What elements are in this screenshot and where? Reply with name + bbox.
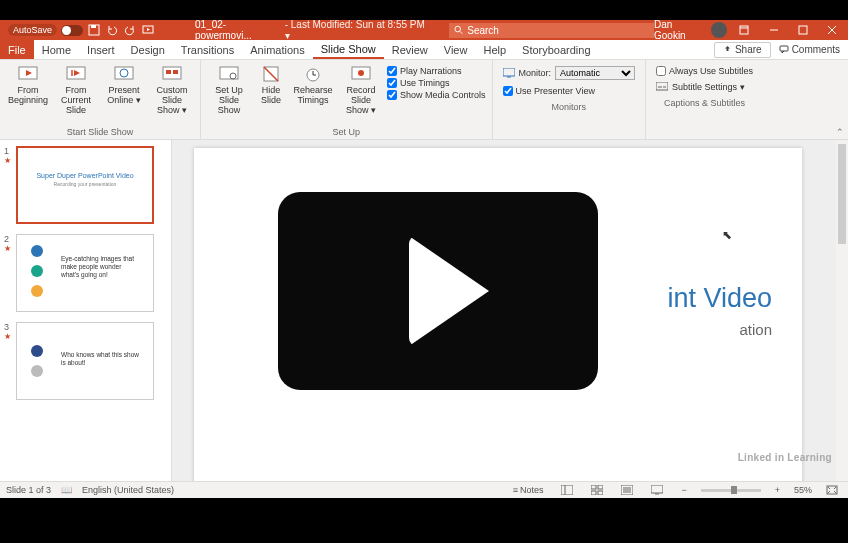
group-captions: Always Use Subtitles Subtitle Settings ▾…: [646, 60, 763, 139]
gray-dot-icon: [31, 365, 43, 377]
use-timings-checkbox[interactable]: Use Timings: [387, 78, 486, 88]
subtitle-settings-button[interactable]: Subtitle Settings ▾: [656, 82, 753, 92]
linkedin-learning-watermark: Linked in Learning: [738, 452, 832, 463]
minimize-icon[interactable]: [762, 20, 785, 40]
svg-rect-18: [166, 70, 171, 74]
svg-rect-17: [163, 67, 181, 79]
normal-view-icon[interactable]: [557, 485, 577, 495]
spell-check-icon[interactable]: 📖: [61, 485, 72, 495]
hide-slide-button[interactable]: Hide Slide: [255, 64, 287, 106]
slide-thumbnail-2[interactable]: Eye-catching images that make people won…: [16, 234, 154, 312]
hide-icon: [261, 64, 281, 84]
slide-thumbnails-panel: 1★ Super Duper PowerPoint Video Recordin…: [0, 140, 172, 481]
use-presenter-view-checkbox[interactable]: Use Presenter View: [503, 86, 636, 96]
vertical-scrollbar[interactable]: [836, 140, 848, 481]
from-beginning-button[interactable]: From Beginning: [6, 64, 50, 106]
video-play-overlay[interactable]: [278, 192, 598, 390]
zoom-level[interactable]: 55%: [794, 485, 812, 495]
present-online-button[interactable]: Present Online ▾: [102, 64, 146, 106]
svg-rect-31: [656, 82, 668, 90]
svg-rect-29: [503, 68, 515, 76]
svg-rect-5: [740, 26, 748, 34]
redo-icon[interactable]: [123, 23, 137, 37]
language-status[interactable]: English (United States): [82, 485, 174, 495]
user-name[interactable]: Dan Gookin: [654, 19, 705, 41]
last-modified[interactable]: - Last Modified: Sun at 8:55 PM ▾: [285, 19, 429, 41]
group-set-up: Set Up Slide Show Hide Slide Rehearse Ti…: [201, 60, 493, 139]
tab-view[interactable]: View: [436, 40, 476, 59]
zoom-handle[interactable]: [731, 486, 737, 494]
custom-slide-show-button[interactable]: Custom Slide Show ▾: [150, 64, 194, 116]
tab-review[interactable]: Review: [384, 40, 436, 59]
start-show-icon[interactable]: [141, 23, 155, 37]
share-button[interactable]: Share: [714, 42, 771, 58]
slide-canvas[interactable]: int Video ation ⬉: [194, 148, 802, 481]
teal-dot-icon: [31, 265, 43, 277]
play-icon: [409, 236, 489, 346]
search-icon: [454, 25, 463, 35]
comment-icon: [779, 45, 789, 54]
tab-home[interactable]: Home: [34, 40, 79, 59]
avatar[interactable]: [711, 22, 727, 38]
maximize-icon[interactable]: [791, 20, 814, 40]
show-media-controls-checkbox[interactable]: Show Media Controls: [387, 90, 486, 100]
search-box[interactable]: [449, 23, 654, 38]
close-icon[interactable]: [821, 20, 844, 40]
monitor-select[interactable]: Automatic: [555, 66, 635, 80]
tab-slide-show[interactable]: Slide Show: [313, 40, 384, 59]
monitor-icon: [503, 68, 515, 78]
ribbon-options-icon[interactable]: [733, 20, 756, 40]
setup-icon: [219, 64, 239, 84]
orange-dot-icon: [31, 285, 43, 297]
powerpoint-window: AutoSave 01_02-powermovi... - Last Modif…: [0, 20, 848, 498]
thumb-title: Super Duper PowerPoint Video: [24, 172, 146, 179]
play-screen-icon: [18, 64, 38, 84]
group-label: Set Up: [201, 127, 492, 139]
group-label: Start Slide Show: [0, 127, 200, 139]
reading-view-icon[interactable]: [617, 485, 637, 495]
scrollbar-handle[interactable]: [838, 144, 846, 244]
ribbon-tabs: File Home Insert Design Transitions Anim…: [0, 40, 848, 60]
always-use-subtitles-checkbox[interactable]: Always Use Subtitles: [656, 66, 753, 76]
comments-button[interactable]: Comments: [771, 44, 848, 55]
zoom-in-button[interactable]: +: [771, 485, 784, 495]
tab-transitions[interactable]: Transitions: [173, 40, 242, 59]
setup-slide-show-button[interactable]: Set Up Slide Show: [207, 64, 251, 116]
tab-insert[interactable]: Insert: [79, 40, 123, 59]
record-slide-show-button[interactable]: Record Slide Show ▾: [339, 64, 383, 116]
svg-rect-1: [91, 25, 96, 28]
tab-help[interactable]: Help: [475, 40, 514, 59]
slide-sorter-view-icon[interactable]: [587, 485, 607, 495]
play-screen-icon: [66, 64, 86, 84]
thumb-text: Eye-catching images that make people won…: [61, 255, 141, 278]
slideshow-view-icon[interactable]: [647, 485, 667, 495]
titlebar-left: AutoSave: [0, 23, 155, 37]
record-icon: [351, 64, 371, 84]
zoom-slider[interactable]: [701, 489, 761, 492]
zoom-out-button[interactable]: −: [677, 485, 690, 495]
status-bar: Slide 1 of 3 📖 English (United States) ≡…: [0, 481, 848, 498]
rehearse-timings-button[interactable]: Rehearse Timings: [291, 64, 335, 106]
save-icon[interactable]: [87, 23, 101, 37]
animation-star-icon: ★: [4, 244, 12, 253]
tab-animations[interactable]: Animations: [242, 40, 312, 59]
play-narrations-checkbox[interactable]: Play Narrations: [387, 66, 486, 76]
undo-icon[interactable]: [105, 23, 119, 37]
slide-thumbnail-1[interactable]: Super Duper PowerPoint Video Recording y…: [16, 146, 154, 224]
autosave-toggle[interactable]: [61, 25, 83, 36]
slide-canvas-area: int Video ation ⬉ Linked in Learning: [172, 140, 848, 481]
tab-design[interactable]: Design: [123, 40, 173, 59]
animation-star-icon: ★: [4, 156, 12, 165]
search-input[interactable]: [467, 25, 649, 36]
slide-counter[interactable]: Slide 1 of 3: [6, 485, 51, 495]
from-current-slide-button[interactable]: From Current Slide: [54, 64, 98, 116]
svg-rect-37: [598, 485, 603, 489]
collapse-ribbon-icon[interactable]: ⌃: [836, 127, 844, 137]
notes-button[interactable]: ≡ Notes: [509, 485, 548, 495]
group-monitors: Monitor: Automatic Use Presenter View Mo…: [493, 60, 647, 139]
tab-file[interactable]: File: [0, 40, 34, 59]
fit-to-window-icon[interactable]: [822, 485, 842, 495]
tab-storyboarding[interactable]: Storyboarding: [514, 40, 599, 59]
slide-thumbnail-3[interactable]: Who knows what this show is about!: [16, 322, 154, 400]
group-label: Captions & Subtitles: [646, 98, 763, 110]
